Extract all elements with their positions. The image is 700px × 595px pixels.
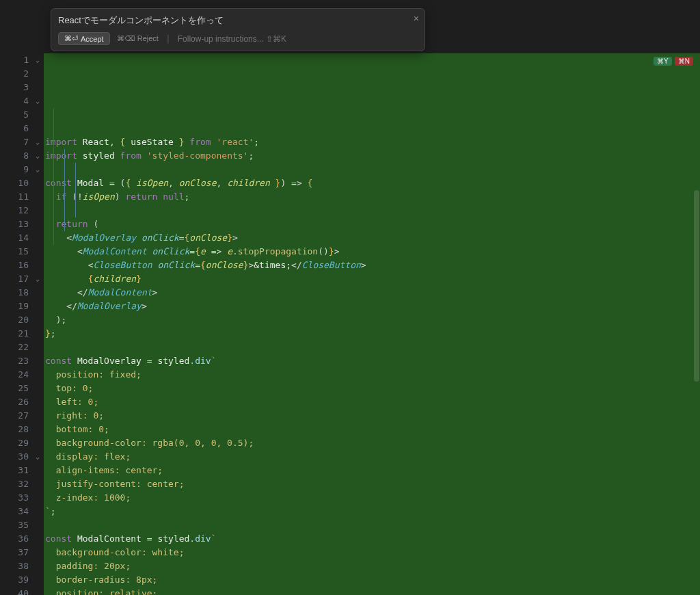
line-number: 25 bbox=[0, 382, 29, 395]
line-number: 5 bbox=[0, 108, 29, 122]
code-line[interactable]: if (!isOpen) return null; bbox=[45, 190, 700, 204]
line-number: 19 bbox=[0, 300, 29, 313]
code-line[interactable]: right: 0; bbox=[45, 409, 700, 423]
line-number: 9 bbox=[0, 163, 29, 176]
close-icon[interactable]: × bbox=[414, 13, 419, 24]
ai-prompt-title: Reactでモーダルコンポーネントを作って bbox=[58, 14, 418, 27]
fold-spacer bbox=[31, 477, 44, 491]
fold-spacer bbox=[31, 368, 44, 382]
code-line[interactable]: const Modal = ({ isOpen, onClose, childr… bbox=[45, 176, 700, 190]
chevron-down-icon[interactable]: ⌄ bbox=[31, 135, 44, 149]
code-line[interactable]: padding: 20px; bbox=[45, 559, 700, 573]
fold-spacer bbox=[31, 176, 44, 190]
line-number: 2 bbox=[0, 67, 29, 81]
code-editor[interactable]: 1234567891011121314151617181920212223242… bbox=[0, 53, 700, 595]
fold-spacer bbox=[31, 122, 44, 135]
chevron-down-icon[interactable]: ⌄ bbox=[31, 272, 44, 286]
line-number: 16 bbox=[0, 259, 29, 272]
code-line[interactable]: <ModalContent onClick={e => e.stopPropag… bbox=[45, 245, 700, 259]
fold-spacer bbox=[31, 300, 44, 313]
code-line[interactable]: const ModalOverlay = styled.div` bbox=[45, 354, 700, 368]
code-line[interactable]: position: relative; bbox=[45, 587, 700, 595]
code-line[interactable]: `; bbox=[45, 505, 700, 518]
code-line[interactable]: const ModalContent = styled.div` bbox=[45, 532, 700, 546]
chevron-down-icon[interactable]: ⌄ bbox=[31, 53, 44, 67]
line-number: 1 bbox=[0, 53, 29, 67]
fold-spacer bbox=[31, 354, 44, 368]
scrollbar-thumb[interactable] bbox=[694, 190, 699, 382]
line-number: 4 bbox=[0, 94, 29, 108]
fold-gutter: ⌄⌄⌄⌄⌄⌄⌄ bbox=[31, 53, 44, 595]
line-number: 30 bbox=[0, 450, 29, 464]
reject-button[interactable]: ⌘⌫ Reject bbox=[117, 34, 159, 43]
line-number: 3 bbox=[0, 81, 29, 94]
code-line[interactable] bbox=[45, 518, 700, 532]
reject-shortcut-badge[interactable]: ⌘N bbox=[675, 57, 693, 66]
line-number: 26 bbox=[0, 395, 29, 409]
code-line[interactable]: display: flex; bbox=[45, 450, 700, 464]
code-line[interactable]: z-index: 1000; bbox=[45, 491, 700, 505]
line-number: 15 bbox=[0, 245, 29, 259]
fold-spacer bbox=[31, 436, 44, 450]
chevron-down-icon[interactable]: ⌄ bbox=[31, 94, 44, 108]
code-line[interactable]: align-items: center; bbox=[45, 464, 700, 477]
code-line[interactable]: ); bbox=[45, 313, 700, 327]
code-line[interactable]: border-radius: 8px; bbox=[45, 573, 700, 587]
fold-spacer bbox=[31, 327, 44, 341]
code-line[interactable]: justify-content: center; bbox=[45, 477, 700, 491]
vertical-scrollbar[interactable] bbox=[693, 53, 700, 595]
code-line[interactable]: import styled from 'styled-components'; bbox=[45, 149, 700, 163]
line-number: 34 bbox=[0, 505, 29, 518]
code-area[interactable]: import React, { useState } from 'react';… bbox=[44, 53, 700, 595]
line-number: 38 bbox=[0, 559, 29, 573]
fold-spacer bbox=[31, 532, 44, 546]
chevron-down-icon[interactable]: ⌄ bbox=[31, 450, 44, 464]
code-line[interactable]: }; bbox=[45, 327, 700, 341]
code-line[interactable]: top: 0; bbox=[45, 382, 700, 395]
line-number: 23 bbox=[0, 354, 29, 368]
code-line[interactable] bbox=[45, 204, 700, 217]
code-line[interactable]: background-color: white; bbox=[45, 546, 700, 559]
code-line[interactable]: left: 0; bbox=[45, 395, 700, 409]
chevron-down-icon[interactable]: ⌄ bbox=[31, 149, 44, 163]
fold-spacer bbox=[31, 505, 44, 518]
line-number: 12 bbox=[0, 204, 29, 217]
code-line[interactable]: <ModalOverlay onClick={onClose}> bbox=[45, 231, 700, 245]
accept-shortcut-badge[interactable]: ⌘Y bbox=[654, 57, 672, 66]
code-line[interactable]: position: fixed; bbox=[45, 368, 700, 382]
code-line[interactable]: </ModalContent> bbox=[45, 286, 700, 300]
code-line[interactable]: </ModalOverlay> bbox=[45, 300, 700, 313]
line-number: 32 bbox=[0, 477, 29, 491]
line-number: 21 bbox=[0, 327, 29, 341]
line-number: 24 bbox=[0, 368, 29, 382]
fold-spacer bbox=[31, 190, 44, 204]
code-line[interactable]: <CloseButton onClick={onClose}>&times;</… bbox=[45, 259, 700, 272]
fold-spacer bbox=[31, 409, 44, 423]
fold-spacer bbox=[31, 546, 44, 559]
code-line[interactable]: bottom: 0; bbox=[45, 423, 700, 436]
code-line[interactable]: import React, { useState } from 'react'; bbox=[45, 135, 700, 149]
line-number: 10 bbox=[0, 176, 29, 190]
fold-spacer bbox=[31, 464, 44, 477]
code-line[interactable] bbox=[45, 341, 700, 354]
line-number: 22 bbox=[0, 341, 29, 354]
chevron-down-icon[interactable]: ⌄ bbox=[31, 163, 44, 176]
fold-spacer bbox=[31, 423, 44, 436]
line-number: 36 bbox=[0, 532, 29, 546]
fold-spacer bbox=[31, 231, 44, 245]
code-line[interactable]: return ( bbox=[45, 217, 700, 231]
code-line[interactable]: {children} bbox=[45, 272, 700, 286]
line-number: 17 bbox=[0, 272, 29, 286]
line-number: 33 bbox=[0, 491, 29, 505]
fold-spacer bbox=[31, 67, 44, 81]
accept-button[interactable]: ⌘⏎ Accept bbox=[58, 32, 110, 45]
code-line[interactable]: background-color: rgba(0, 0, 0, 0.5); bbox=[45, 436, 700, 450]
line-number: 13 bbox=[0, 217, 29, 231]
fold-spacer bbox=[31, 382, 44, 395]
followup-input[interactable] bbox=[178, 34, 418, 44]
line-number: 27 bbox=[0, 409, 29, 423]
line-number: 29 bbox=[0, 436, 29, 450]
fold-spacer bbox=[31, 518, 44, 532]
code-line[interactable] bbox=[45, 163, 700, 176]
line-number: 14 bbox=[0, 231, 29, 245]
